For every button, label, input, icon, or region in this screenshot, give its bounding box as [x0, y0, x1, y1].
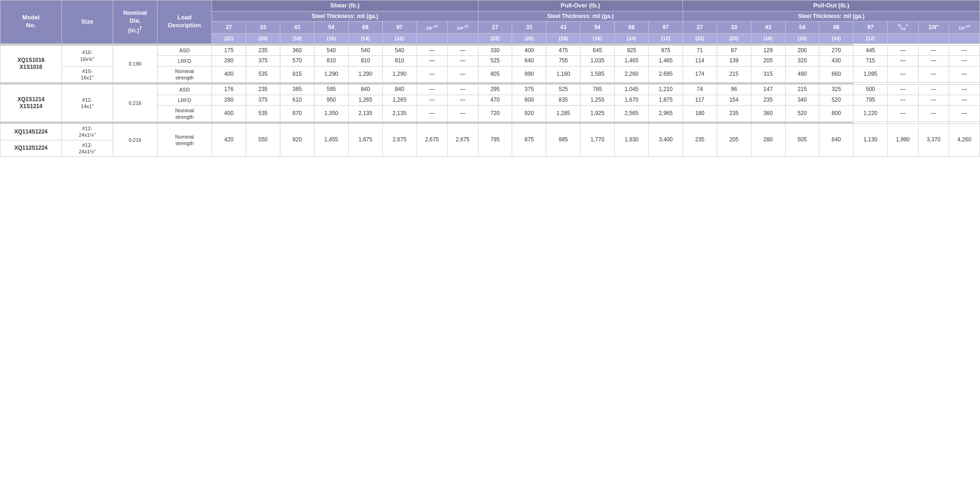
- load-description-header: LoadDescription: [157, 0, 212, 44]
- pullover-ga-12: (12): [648, 34, 683, 43]
- pullover-ga-16: (16): [581, 34, 615, 43]
- pullover-col-33: 33: [512, 22, 546, 34]
- s1-nom-po27: 805: [478, 66, 512, 83]
- s2-asd-po27: 295: [478, 85, 512, 95]
- s3-nom-pt1/4: 3,370: [918, 124, 949, 157]
- s1-lrfd-po54: 1,035: [581, 56, 615, 67]
- s1-lrfd-po68: 1,465: [615, 56, 649, 67]
- s2-lrfd-po33: 600: [512, 95, 546, 105]
- s2-nom-27: 400: [212, 105, 246, 122]
- load-asd-2: ASD: [157, 85, 212, 95]
- pullover-ga-20: (20): [512, 34, 546, 43]
- s2-asd-pt1/4: —: [918, 85, 949, 95]
- dia-0216-2: 0.216: [113, 124, 157, 157]
- s1-nom-po54: 1,585: [581, 66, 615, 83]
- s2-asd-1/4: —: [448, 85, 478, 95]
- s2-lrfd-1/8: —: [417, 95, 448, 105]
- pullout-col-97: 97: [853, 22, 888, 34]
- s2-lrfd-54: 950: [314, 95, 348, 105]
- s1-lrfd-pt43: 205: [751, 56, 785, 67]
- s1-lrfd-pt54: 320: [785, 56, 819, 67]
- shear-col-68: 68: [348, 22, 382, 34]
- s2-asd-pt3/16: —: [888, 85, 919, 95]
- s1-asd-pt68: 270: [819, 45, 853, 56]
- load-lrfd-1: LRFD: [157, 56, 212, 67]
- pullout-col-1/2: 1/2"12: [949, 22, 980, 34]
- s3-nom-27: 420: [212, 124, 246, 157]
- s2-lrfd-pt97: 795: [853, 95, 888, 105]
- s2-nom-54: 1,350: [314, 105, 348, 122]
- pullout-ga-22: (22): [683, 34, 717, 43]
- s2-nom-pt1/2: —: [949, 105, 980, 122]
- s2-lrfd-68: 1,265: [348, 95, 382, 105]
- pullover-col-97: 97: [648, 22, 683, 34]
- s1-lrfd-33: 375: [246, 56, 280, 67]
- s1-lrfd-43: 570: [280, 56, 314, 67]
- s1-asd-pt33: 87: [717, 45, 751, 56]
- s2-nom-pt97: 1,220: [853, 105, 888, 122]
- pullout-ga-blank1: [888, 34, 919, 43]
- s2-lrfd-1/4: —: [448, 95, 478, 105]
- s1-lrfd-po27: 525: [478, 56, 512, 67]
- s3-nom-po33: 875: [512, 124, 546, 157]
- s2-nom-pt33: 235: [717, 105, 751, 122]
- s1-nom-pt33: 215: [717, 66, 751, 83]
- s1-nom-33: 535: [246, 66, 280, 83]
- data-table: ModelNo. Size NominalDia.(in.)7 LoadDesc…: [0, 0, 980, 157]
- s2-asd-pt33: 96: [717, 85, 751, 95]
- s3-nom-pt68: 640: [819, 124, 853, 157]
- s2-asd-pt1/2: —: [949, 85, 980, 95]
- s2-nom-1/4: —: [448, 105, 478, 122]
- s2-nom-pt54: 520: [785, 105, 819, 122]
- model-xq112s1224: XQ112S1224: [0, 140, 62, 157]
- size-12-14-1: #12-14x1": [62, 85, 113, 122]
- size-header: Size: [62, 0, 113, 44]
- s1-lrfd-1/4: —: [448, 56, 478, 67]
- s2-asd-1/8: —: [417, 85, 448, 95]
- s1-asd-1/4: —: [448, 45, 478, 56]
- s1-lrfd-97: 810: [382, 56, 417, 67]
- s1-lrfd-1/8: —: [417, 56, 448, 67]
- s2-lrfd-33: 375: [246, 95, 280, 105]
- load-nominal-3: Nominalstrength: [157, 124, 212, 157]
- size-10-16-1: #10-16x1": [62, 66, 113, 83]
- s2-lrfd-pt27: 117: [683, 95, 717, 105]
- s1-asd-po33: 400: [512, 45, 546, 56]
- s1-lrfd-54: 810: [314, 56, 348, 67]
- size-12-24-1-1/2: #12-24x1½": [62, 140, 113, 157]
- shear-col-54: 54: [314, 22, 348, 34]
- table-row: XQ1S1016X1S1016 #10-16x¾" 0.190 ASD 175 …: [0, 45, 980, 56]
- s2-lrfd-po68: 1,670: [615, 95, 649, 105]
- s1-lrfd-pt33: 139: [717, 56, 751, 67]
- s2-asd-po97: 1,210: [648, 85, 683, 95]
- s1-nom-po43: 1,160: [546, 66, 581, 83]
- s2-lrfd-27: 280: [212, 95, 246, 105]
- s1-asd-pt97: 445: [853, 45, 888, 56]
- pullout-col-1/4: 1/4": [918, 22, 949, 34]
- s1-lrfd-pt97: 715: [853, 56, 888, 67]
- pullout-col-54: 54: [785, 22, 819, 34]
- s1-asd-pt1/4: —: [918, 45, 949, 56]
- s1-asd-97: 540: [382, 45, 417, 56]
- s1-asd-po54: 645: [581, 45, 615, 56]
- s2-nom-pt3/16: —: [888, 105, 919, 122]
- s1-asd-1/8: —: [417, 45, 448, 56]
- pullout-col-27: 27: [683, 22, 717, 34]
- s3-nom-po68: 1,930: [615, 124, 649, 157]
- model-xq1s1214: XQ1S1214X1S1214: [0, 85, 62, 122]
- model-no-header: ModelNo.: [0, 0, 62, 44]
- s1-asd-pt43: 129: [751, 45, 785, 56]
- s3-nom-1/4: 2,675: [448, 124, 478, 157]
- shear-ga-20: (20): [246, 34, 280, 43]
- s2-nom-po68: 2,565: [615, 105, 649, 122]
- size-10-16-3/4: #10-16x¾": [62, 45, 113, 66]
- s1-asd-pt54: 200: [785, 45, 819, 56]
- shear-ga-16: (16): [314, 34, 348, 43]
- s1-asd-po27: 330: [478, 45, 512, 56]
- s1-nom-pt68: 660: [819, 66, 853, 83]
- pullout-ga-14: (14): [819, 34, 853, 43]
- shear-header: Shear (lb.): [212, 0, 478, 12]
- shear-col-97: 97: [382, 22, 417, 34]
- pullout-col-43: 43: [751, 22, 785, 34]
- s3-nom-po97: 3,400: [648, 124, 683, 157]
